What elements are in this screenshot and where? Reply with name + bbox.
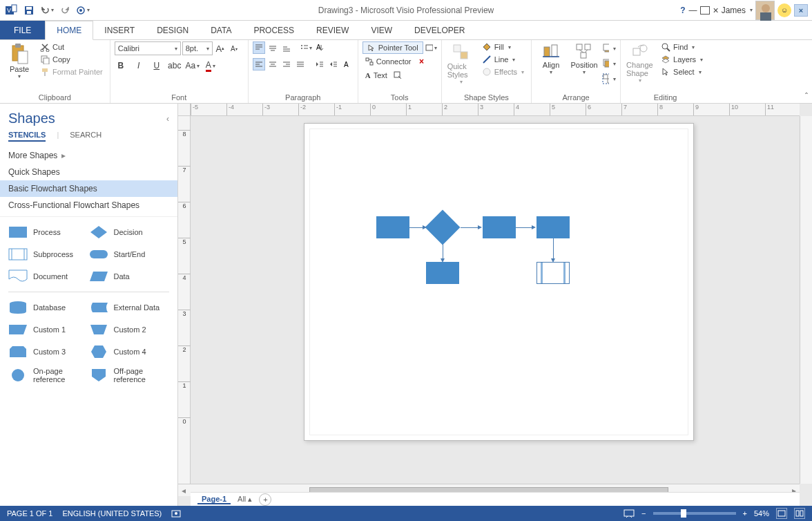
close-icon[interactable]: ×	[713, 5, 718, 16]
bold-icon[interactable]: B	[115, 59, 127, 72]
redo-icon[interactable]	[58, 3, 72, 17]
layers-button[interactable]: Layers▾	[658, 54, 706, 65]
group-icon[interactable]: ▾	[602, 72, 616, 86]
canvas-process-2[interactable]	[483, 216, 516, 238]
connection-point-icon[interactable]	[392, 69, 404, 82]
status-page[interactable]: PAGE 1 OF 1	[7, 509, 52, 518]
paste-button[interactable]: Paste▾	[4, 41, 35, 81]
shape-data[interactable]: Data	[89, 267, 170, 286]
send-back-icon[interactable]: ▾	[602, 57, 616, 70]
font-color-icon[interactable]: A▾	[204, 59, 217, 72]
change-shape-button[interactable]: Change Shape▾	[625, 41, 655, 85]
shapes-tab-search[interactable]: SEARCH	[70, 131, 102, 142]
stencil-basic-flowchart[interactable]: Basic Flowchart Shapes	[0, 180, 177, 197]
connector-4[interactable]	[443, 244, 443, 259]
align-middle-icon[interactable]	[267, 41, 279, 54]
tab-developer[interactable]: DEVELOPER	[403, 21, 476, 39]
align-left-icon[interactable]	[253, 58, 265, 70]
tab-process[interactable]: PROCESS	[242, 21, 305, 39]
page-tab-all[interactable]: All ▴	[238, 495, 252, 504]
tab-data[interactable]: DATA	[200, 21, 242, 39]
user-avatar[interactable]	[755, 1, 775, 20]
zoom-in-icon[interactable]: +	[743, 509, 747, 518]
decrease-indent-icon[interactable]	[313, 58, 326, 70]
canvas-process-4[interactable]	[426, 262, 459, 284]
macro-recording-icon[interactable]	[171, 509, 181, 518]
canvas-subprocess-selected[interactable]	[536, 262, 570, 284]
bring-front-icon[interactable]: ▾	[602, 41, 616, 55]
presentation-mode-icon[interactable]	[624, 509, 635, 518]
status-language[interactable]: ENGLISH (UNITED STATES)	[62, 509, 162, 518]
align-right-icon[interactable]	[280, 58, 293, 70]
align-bottom-icon[interactable]	[280, 41, 293, 54]
shape-custom3[interactable]: Custom 3	[8, 342, 89, 361]
shape-startend[interactable]: Start/End	[89, 245, 170, 264]
fit-width-icon[interactable]	[794, 508, 805, 519]
maximize-icon[interactable]	[700, 6, 710, 15]
align-justify-icon[interactable]	[294, 58, 307, 70]
stencil-quick-shapes[interactable]: Quick Shapes	[0, 164, 177, 180]
shape-custom2[interactable]: Custom 2	[89, 320, 170, 339]
shape-process[interactable]: Process	[8, 222, 89, 242]
collapse-ribbon-icon[interactable]: ˆ	[805, 92, 808, 102]
shape-decision[interactable]: Decision	[89, 222, 170, 242]
select-button[interactable]: Select▾	[658, 66, 706, 77]
stencil-cross-functional[interactable]: Cross-Functional Flowchart Shapes	[0, 197, 177, 214]
zoom-slider[interactable]	[653, 512, 736, 515]
tab-review[interactable]: REVIEW	[305, 21, 360, 39]
shape-custom4[interactable]: Custom 4	[89, 342, 170, 361]
drawing-page[interactable]	[304, 123, 694, 441]
canvas-process-3[interactable]	[536, 216, 570, 238]
text-direction-icon[interactable]: A	[313, 41, 326, 54]
drawing-canvas[interactable]	[191, 116, 800, 484]
zoom-level[interactable]: 54%	[754, 509, 769, 518]
connector-2[interactable]	[461, 227, 478, 228]
shrink-font-icon[interactable]: A▾	[228, 42, 240, 55]
find-button[interactable]: Find▾	[658, 41, 706, 53]
minimize-icon[interactable]: —	[688, 6, 697, 15]
pointer-tool-button[interactable]: Pointer Tool	[362, 41, 423, 54]
connector-1[interactable]	[409, 227, 423, 228]
shapes-tab-stencils[interactable]: STENCILS	[8, 131, 46, 142]
effects-button[interactable]: Effects▾	[479, 66, 527, 77]
font-name-combo[interactable]: Calibri▾	[115, 41, 181, 55]
shape-database[interactable]: Database	[8, 298, 89, 317]
canvas-process-1[interactable]	[376, 216, 409, 238]
undo-icon[interactable]: ▾	[40, 3, 54, 17]
underline-icon[interactable]: U	[151, 59, 163, 72]
strikethrough-icon[interactable]: abc	[168, 59, 181, 72]
zoom-out-icon[interactable]: −	[641, 509, 646, 518]
shape-custom1[interactable]: Custom 1	[8, 320, 89, 339]
stencil-more-shapes[interactable]: More Shapes▸	[0, 147, 177, 164]
feedback-smiley-icon[interactable]: ☺	[777, 3, 791, 17]
italic-icon[interactable]: I	[133, 59, 145, 72]
shape-onpage-ref[interactable]: On-page reference	[8, 364, 89, 386]
shape-offpage-ref[interactable]: Off-page reference	[89, 364, 170, 386]
change-case-icon[interactable]: Aa▾	[186, 59, 199, 72]
format-painter-button[interactable]: Format Painter	[37, 66, 106, 77]
fit-page-icon[interactable]	[776, 508, 787, 519]
scroll-left-icon[interactable]: ◂	[178, 486, 189, 495]
increase-indent-icon[interactable]	[327, 58, 340, 70]
text-tool-button[interactable]: AText	[362, 70, 390, 80]
connector-button[interactable]: Connector	[362, 57, 414, 66]
rectangle-tool-icon[interactable]: ▾	[425, 41, 437, 54]
align-center-icon[interactable]	[267, 58, 279, 70]
visio-app-icon[interactable]: V	[4, 3, 18, 17]
bullets-icon[interactable]: ▾	[300, 41, 312, 54]
shape-document[interactable]: Document	[8, 267, 89, 286]
cut-button[interactable]: Cut	[37, 41, 106, 53]
tab-file[interactable]: FILE	[0, 21, 45, 39]
tab-view[interactable]: VIEW	[360, 21, 403, 39]
position-button[interactable]: Position▾	[569, 41, 599, 77]
tab-design[interactable]: DESIGN	[146, 21, 200, 39]
page-tab-1[interactable]: Page-1	[197, 495, 231, 504]
copy-button[interactable]: Copy	[37, 54, 106, 65]
help-icon[interactable]: ?	[680, 6, 685, 15]
shape-external-data[interactable]: External Data	[89, 298, 170, 317]
shape-subprocess[interactable]: Subprocess	[8, 245, 89, 264]
rotate-text-icon[interactable]: A	[341, 58, 354, 70]
font-size-combo[interactable]: 8pt.▾	[182, 41, 213, 55]
save-icon[interactable]	[22, 3, 36, 17]
touch-mode-icon[interactable]: ▾	[76, 3, 90, 17]
